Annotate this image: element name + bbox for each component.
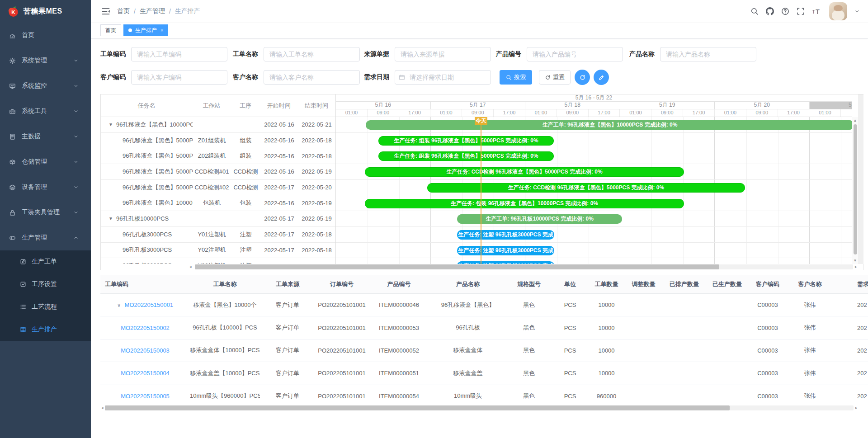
scroll-up-arrow[interactable]: ▲	[852, 118, 858, 122]
gantt-bar-parent[interactable]: 生产工单: 96孔孔板10000PCS 完成比例: 0%	[457, 214, 622, 224]
filter-input-box	[660, 47, 756, 61]
gantt-task-row[interactable]: ▼96孔移液盒【黑色】10000PCS2022-05-162022-05-21	[101, 117, 335, 133]
eye-icon	[9, 235, 16, 241]
tab-生产排产[interactable]: 生产排产×	[123, 24, 168, 36]
tab-首页[interactable]: 首页	[100, 24, 121, 36]
breadcrumb-item-首页[interactable]: 首页	[117, 7, 130, 15]
sidebar-item-工装夹具管理[interactable]: 工装夹具管理	[0, 200, 91, 225]
search-button[interactable]: 搜索	[500, 70, 532, 85]
question-icon	[781, 7, 789, 15]
filter-input-来源单据[interactable]	[395, 47, 491, 61]
orders-horizontal-scrollbar[interactable]: ◂▸	[100, 405, 868, 411]
gantt-bar-task[interactable]: 生产任务: 组装 96孔移液盒【黑色】5000PCS 完成比例: 0%	[378, 136, 554, 146]
scroll-right-arrow[interactable]: ▸	[855, 405, 858, 411]
scroll-right-arrow[interactable]: ▸	[855, 264, 857, 270]
gantt-station-cell: CCD检测#02	[193, 184, 231, 192]
tab-close-icon[interactable]: ×	[160, 28, 163, 33]
gantt-bar-task[interactable]: 生产任务: CCD检测 96孔移液盒【黑色】5000PCS 完成比例: 0%	[427, 183, 745, 193]
orders-cell	[706, 339, 749, 362]
sidebar-item-设备管理[interactable]: 设备管理	[0, 174, 91, 200]
horizontal-scroll-thumb[interactable]	[105, 405, 730, 410]
order-code-link[interactable]: MO202205150005	[121, 393, 170, 400]
gantt-bar-selected[interactable]: 生产任务: 注塑 96孔孔板3000PCS 完成	[457, 261, 554, 264]
gantt-hour-header: 01:00	[715, 109, 746, 117]
gantt-hour-header: 09:00	[746, 109, 778, 117]
orders-cell: 202	[833, 362, 868, 385]
gantt-task-name-cell: ▼96孔孔板10000PCS	[101, 215, 193, 223]
chevron-down-icon	[73, 58, 79, 63]
order-code-link[interactable]: MO202205150001	[125, 301, 174, 308]
horizontal-scroll-thumb[interactable]	[195, 264, 719, 269]
sidebar-subitem-生产工单[interactable]: 生产工单	[0, 250, 91, 273]
breadcrumb-item-生产管理[interactable]: 生产管理	[140, 7, 165, 15]
filter-input-box	[395, 70, 491, 85]
gantt-task-row[interactable]: 96孔孔板3000PCSY02注塑机注塑2022-05-172022-05-18	[101, 243, 335, 259]
gantt-vertical-scrollbar[interactable]: ▲▼	[852, 117, 858, 264]
gantt-bar-task[interactable]: 生产任务: CCD检测 96孔移液盒【黑色】5000PCS 完成比例: 0%	[365, 167, 684, 177]
gantt-bar-task[interactable]: 生产任务: 包装 96孔移液盒【黑色】10000PCS 完成比例: 0%	[365, 199, 684, 208]
sidebar-item-系统工具[interactable]: 系统工具	[0, 99, 91, 124]
scroll-left-arrow[interactable]: ◂	[101, 405, 104, 411]
orders-cell: 96孔孔板	[429, 316, 506, 339]
gantt-bar-selected[interactable]: 生产任务: 注塑 96孔孔板3000PCS 完成	[457, 230, 554, 240]
gantt-task-row[interactable]: ▼96孔孔板10000PCS2022-05-172022-05-19	[101, 211, 335, 227]
gantt-task-row[interactable]: 96孔移液盒【黑色】10000PCS包装机包装2022-05-162022-05…	[101, 195, 335, 211]
edit-schedule-button[interactable]	[594, 70, 609, 85]
sidebar-fold-icon[interactable]	[101, 7, 110, 16]
order-code-link[interactable]: MO202205150004	[121, 370, 170, 377]
filter-input-客户编码[interactable]	[131, 70, 227, 85]
sidebar-item-主数据[interactable]: 主数据	[0, 124, 91, 149]
sidebar-subitem-生产排产[interactable]: 生产排产	[0, 318, 91, 341]
grid-icon	[20, 326, 26, 333]
order-code-link[interactable]: MO202205150003	[121, 347, 170, 354]
orders-cell: C00003	[749, 362, 787, 385]
filter-input-工单名称[interactable]	[264, 47, 360, 61]
filter-input-产品名称[interactable]	[660, 47, 756, 61]
gantt-task-row[interactable]: 96孔移液盒【黑色】5000PCSCCD检测#02CCD检测2022-05-17…	[101, 180, 335, 196]
gantt-chart-area: 生产工单: 96孔移液盒【黑色】10000PCS 完成比例: 0%生产任务: 组…	[336, 117, 852, 264]
orders-cell: 202	[833, 316, 868, 339]
sidebar-item-系统管理[interactable]: 系统管理	[0, 48, 91, 73]
filter-input-工单编码[interactable]	[131, 47, 227, 61]
gantt-task-row[interactable]: 96孔移液盒【黑色】5000PCSCCD检测#01CCD检测2022-05-16…	[101, 164, 335, 180]
sidebar-item-label: 设备管理	[22, 183, 73, 191]
orders-column-header-已生产数量: 已生产数量	[706, 275, 749, 294]
vertical-scroll-thumb[interactable]	[854, 124, 857, 254]
reset-button[interactable]: 重置	[539, 70, 571, 85]
filter-input-产品编号[interactable]	[527, 47, 623, 61]
collapse-triangle-icon[interactable]: ▼	[108, 122, 113, 127]
gantt-bar-task[interactable]: 生产任务: 组装 96孔移液盒【黑色】5000PCS 完成比例: 0%	[378, 151, 554, 161]
date-picker-input[interactable]	[395, 70, 491, 85]
today-line	[481, 117, 481, 264]
orders-cell: 96孔移液盒【黑色】	[429, 294, 506, 316]
collapse-triangle-icon[interactable]: ▼	[108, 216, 113, 221]
svg-text:K: K	[11, 9, 15, 15]
scroll-down-arrow[interactable]: ▼	[852, 259, 858, 263]
gantt-start-cell: 2022-05-17	[260, 184, 298, 191]
gantt-task-name: 96孔移液盒【黑色】5000PCS	[123, 137, 193, 144]
orders-cell: 10000	[589, 362, 624, 385]
user-avatar[interactable]	[829, 2, 847, 20]
sidebar-item-首页[interactable]: 首页	[0, 23, 91, 48]
gantt-task-row[interactable]: 96孔孔板3000PCSY01注塑机注塑2022-05-172022-05-18	[101, 227, 335, 243]
sidebar-item-仓储管理[interactable]: 仓储管理	[0, 149, 91, 174]
orders-cell	[663, 316, 706, 339]
gantt-task-row[interactable]: 96孔移液盒【黑色】5000PCSZ01组装机组装2022-05-162022-…	[101, 133, 335, 149]
scroll-left-arrow[interactable]: ◂	[189, 264, 192, 270]
sidebar-subitem-工艺流程[interactable]: 工艺流程	[0, 296, 91, 318]
orders-cell: 移液盒盒体	[429, 339, 506, 362]
gantt-hour-header: 01:00	[810, 109, 841, 117]
row-expand-icon[interactable]: ∨	[117, 302, 121, 308]
gantt-bar-selected[interactable]: 生产任务: 注塑 96孔孔板3000PCS 完成	[457, 246, 554, 255]
filter-field-客户名称: 客户名称	[233, 70, 360, 85]
gantt-horizontal-scrollbar[interactable]: ◂▸	[101, 264, 863, 270]
refresh-schedule-button[interactable]	[575, 70, 590, 85]
sidebar-subitem-工序设置[interactable]: 工序设置	[0, 273, 91, 296]
order-code-link[interactable]: MO202205150002	[121, 325, 170, 331]
gantt-task-row[interactable]: 96孔移液盒【黑色】5000PCSZ02组装机组装2022-05-162022-…	[101, 148, 335, 164]
sidebar-item-系统监控[interactable]: 系统监控	[0, 73, 91, 99]
sidebar-item-生产管理[interactable]: 生产管理	[0, 225, 91, 250]
filter-input-客户名称[interactable]	[264, 70, 360, 85]
gantt-bar-parent[interactable]: 生产工单: 96孔移液盒【黑色】10000PCS 完成比例: 0%	[366, 120, 852, 130]
gantt-task-row[interactable]: 96孔孔板3000PCSY03注塑机注塑2022-05-172022-05-18	[101, 258, 335, 264]
